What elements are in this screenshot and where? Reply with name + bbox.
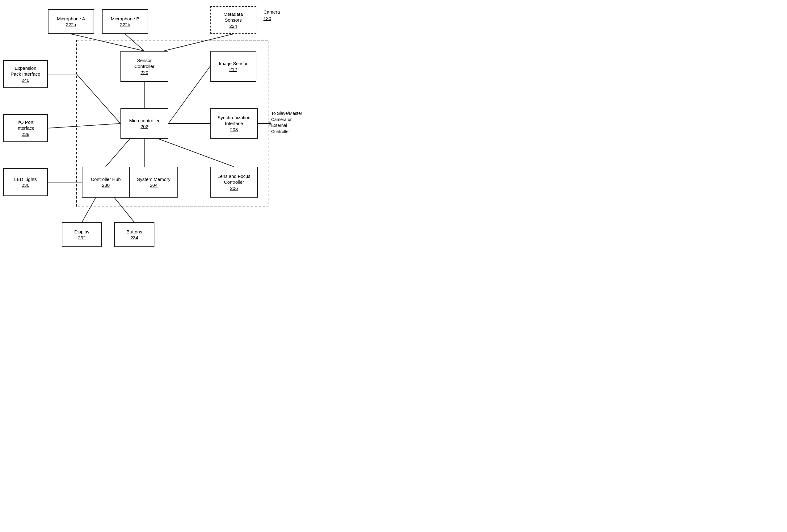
svg-line-6 (168, 66, 210, 124)
svg-line-2 (125, 34, 144, 51)
image-sensor-label: Image Sensor (219, 61, 248, 67)
system-memory-box: System Memory 204 (130, 167, 177, 198)
lens-focus-box: Lens and FocusController 206 (210, 167, 258, 198)
slave-master-annotation: To Slave/MasterCamera orExternalControll… (271, 111, 302, 135)
microphone-a-label: Microphone A (57, 16, 85, 22)
slave-master-label: To Slave/MasterCamera orExternalControll… (271, 111, 302, 134)
sensor-controller-box: SensorController 220 (121, 51, 168, 82)
io-port-box: I/O PortInterface 238 (3, 114, 48, 142)
display-label: Display (74, 229, 89, 235)
svg-line-9 (48, 124, 121, 128)
lens-focus-label: Lens and FocusController (217, 173, 251, 185)
camera-label: Camera130 (263, 9, 280, 21)
svg-line-15 (106, 139, 130, 167)
expansion-pack-label: ExpansionPack Interface (11, 65, 40, 77)
led-lights-box: LED Lights 236 (3, 168, 48, 196)
svg-line-18 (82, 198, 96, 222)
svg-line-19 (114, 198, 134, 222)
svg-line-3 (164, 34, 233, 51)
controller-hub-number: 230 (102, 182, 110, 189)
sensor-controller-number: 220 (141, 69, 148, 76)
connection-lines (0, 0, 394, 266)
lens-focus-number: 206 (230, 185, 238, 192)
io-port-number: 238 (22, 131, 29, 137)
diagram: Microphone A 222a Microphone B 222b Meta… (0, 0, 394, 266)
svg-line-1 (71, 34, 144, 51)
sync-interface-box: SynchronizationInterface 208 (210, 108, 258, 139)
image-sensor-number: 212 (229, 66, 237, 72)
system-memory-label: System Memory (137, 176, 170, 182)
image-sensor-box: Image Sensor 212 (210, 51, 256, 82)
controller-hub-box: Controller Hub 230 (82, 167, 130, 198)
buttons-number: 234 (130, 235, 138, 241)
microphone-a-box: Microphone A 222a (48, 9, 94, 34)
buttons-label: Buttons (127, 229, 142, 235)
microcontroller-box: Microcontroller 202 (121, 108, 168, 139)
system-memory-number: 204 (150, 182, 157, 189)
microcontroller-label: Microcontroller (129, 118, 159, 124)
io-port-label: I/O PortInterface (16, 119, 34, 131)
svg-line-13 (269, 124, 271, 126)
display-box: Display 232 (62, 222, 102, 247)
controller-hub-label: Controller Hub (91, 176, 121, 182)
microphone-b-number: 222b (120, 22, 130, 28)
metadata-sensors-number: 224 (229, 23, 237, 29)
metadata-sensors-box: MetadataSensors 224 (210, 6, 256, 34)
expansion-pack-number: 240 (22, 77, 29, 83)
microphone-a-number: 222a (66, 22, 76, 28)
expansion-pack-box: ExpansionPack Interface 240 (3, 60, 48, 88)
led-lights-number: 236 (22, 182, 29, 189)
camera-annotation: Camera130 (263, 9, 280, 22)
microphone-b-label: Microphone B (111, 16, 140, 22)
sync-interface-label: SynchronizationInterface (217, 114, 251, 127)
buttons-box: Buttons 234 (114, 222, 154, 247)
metadata-sensors-label: MetadataSensors (224, 11, 243, 23)
led-lights-label: LED Lights (14, 176, 37, 182)
svg-line-8 (77, 74, 121, 124)
sensor-controller-label: SensorController (134, 58, 154, 69)
sync-interface-number: 208 (230, 127, 238, 133)
microphone-b-box: Microphone B 222b (102, 9, 148, 34)
svg-line-12 (269, 121, 271, 124)
microcontroller-number: 202 (141, 124, 148, 130)
display-number: 232 (78, 235, 86, 241)
svg-line-16 (159, 139, 234, 167)
